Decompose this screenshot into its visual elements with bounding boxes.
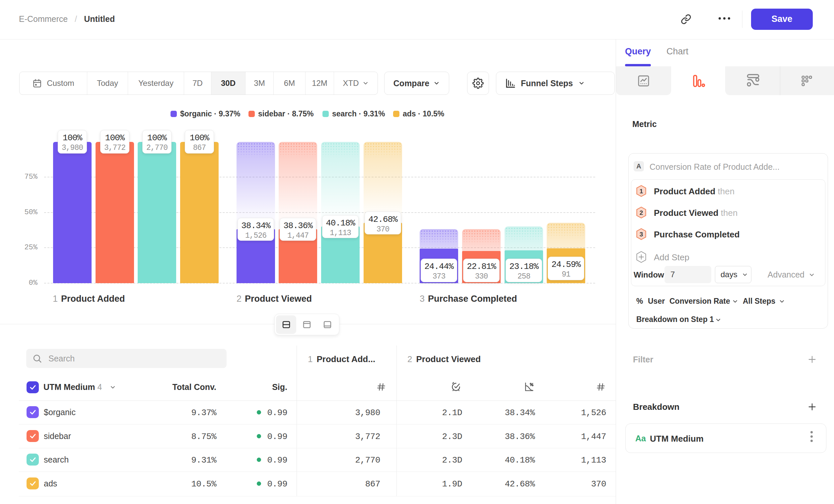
svg-text:2: 2 [640,209,643,216]
svg-text:3: 3 [640,231,643,238]
svg-text:1: 1 [640,188,643,194]
